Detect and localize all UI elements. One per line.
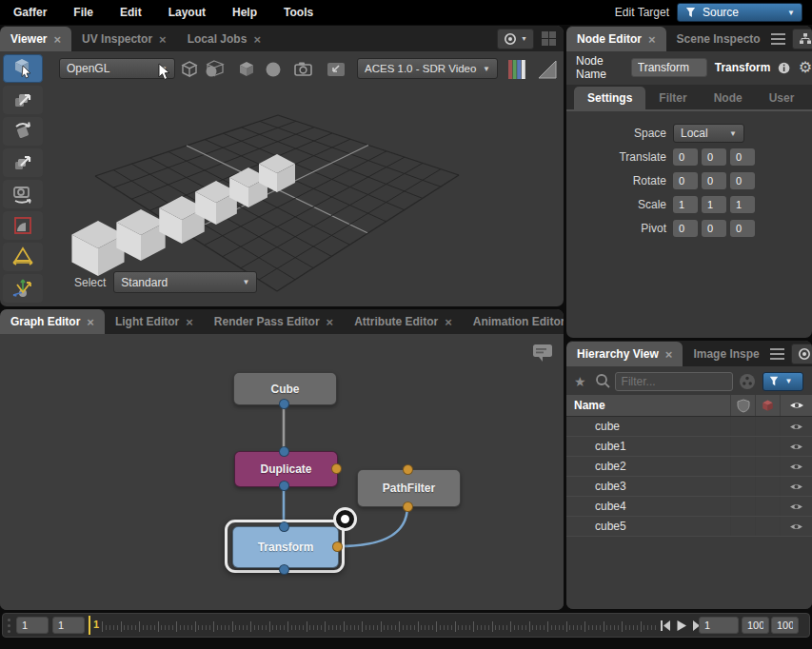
row-cell[interactable] bbox=[730, 497, 755, 516]
graph-canvas[interactable]: CubeDuplicatePathFilterTransform bbox=[0, 334, 564, 610]
gizmo-tool-button[interactable] bbox=[3, 274, 43, 303]
close-icon[interactable]: × bbox=[665, 348, 673, 361]
play-icon[interactable] bbox=[676, 620, 687, 632]
row-visibility-toggle[interactable] bbox=[780, 417, 812, 436]
row-cell[interactable] bbox=[730, 517, 755, 536]
edit-scope-dropdown[interactable]: ▼ bbox=[762, 372, 803, 391]
ramp-icon[interactable] bbox=[535, 58, 560, 81]
param-field-translate[interactable]: 0 bbox=[673, 148, 698, 166]
hierarchy-row-cube5[interactable]: cube5 bbox=[566, 517, 812, 537]
rotate-tool-button[interactable] bbox=[3, 117, 43, 146]
close-icon[interactable]: × bbox=[327, 316, 334, 328]
skip-start-icon[interactable] bbox=[660, 620, 671, 632]
info-icon[interactable] bbox=[778, 60, 790, 76]
editor-focus-button[interactable]: ▼ bbox=[792, 29, 812, 49]
menu-layout[interactable]: Layout bbox=[168, 6, 206, 19]
subtab-user[interactable]: User bbox=[756, 87, 808, 109]
timeline-ruler[interactable] bbox=[102, 620, 656, 634]
hierarchy-row-cube[interactable]: cube bbox=[566, 417, 812, 437]
node-port[interactable] bbox=[403, 464, 413, 475]
camera-tool-button[interactable] bbox=[3, 180, 43, 208]
subtab-settings[interactable]: Settings bbox=[574, 87, 645, 109]
current-frame-input[interactable] bbox=[699, 617, 739, 634]
scene-options-icon[interactable] bbox=[739, 373, 756, 390]
image-layers-icon[interactable] bbox=[324, 58, 348, 81]
row-cell[interactable] bbox=[755, 517, 780, 536]
row-cell[interactable] bbox=[730, 417, 755, 436]
hierarchy-row-cube2[interactable]: cube2 bbox=[566, 457, 812, 477]
node-port[interactable] bbox=[332, 541, 343, 552]
shaded-preview-icon[interactable] bbox=[204, 58, 228, 81]
param-field-rotate[interactable]: 0 bbox=[730, 172, 755, 189]
row-cell[interactable] bbox=[755, 437, 780, 456]
display-transform-select[interactable]: ACES 1.0 - SDR Video ▼ bbox=[357, 58, 498, 79]
param-field-pivot[interactable]: 0 bbox=[702, 220, 726, 237]
menu-edit[interactable]: Edit bbox=[120, 6, 142, 19]
viewer-settings-button[interactable]: ▼ bbox=[497, 29, 534, 49]
param-field-pivot[interactable]: 0 bbox=[673, 220, 698, 237]
node-port[interactable] bbox=[279, 521, 289, 532]
row-visibility-toggle[interactable] bbox=[780, 517, 812, 536]
light-tool-button[interactable] bbox=[3, 243, 43, 271]
translate-tool-button[interactable] bbox=[3, 86, 43, 114]
column-name[interactable]: Name bbox=[566, 399, 730, 412]
row-visibility-toggle[interactable] bbox=[780, 457, 812, 476]
tab-local-jobs[interactable]: Local Jobs× bbox=[177, 27, 271, 51]
row-cell[interactable] bbox=[755, 497, 780, 516]
row-visibility-toggle[interactable] bbox=[780, 477, 812, 496]
subtab-filter[interactable]: Filter bbox=[645, 87, 700, 109]
param-field-translate[interactable]: 0 bbox=[702, 148, 726, 166]
solid-cube-icon[interactable] bbox=[234, 58, 259, 81]
node-port[interactable] bbox=[279, 481, 289, 491]
node-port[interactable] bbox=[403, 502, 413, 512]
hierarchy-row-cube4[interactable]: cube4 bbox=[566, 497, 812, 517]
select-tool-button[interactable] bbox=[3, 54, 43, 83]
row-visibility-toggle[interactable] bbox=[780, 437, 812, 456]
node-port[interactable] bbox=[279, 446, 289, 457]
hierarchy-row-cube1[interactable]: cube1 bbox=[566, 437, 812, 457]
gear-icon[interactable]: ⚙ bbox=[799, 60, 812, 75]
tab-graph-editor[interactable]: Graph Editor× bbox=[0, 309, 105, 334]
tab-uv-inspector[interactable]: UV Inspector× bbox=[71, 27, 177, 51]
menu-gaffer[interactable]: Gaffer bbox=[13, 6, 47, 19]
tab-image-inspe[interactable]: Image Inspe bbox=[683, 342, 769, 366]
select-mode-dropdown[interactable]: Standard ▼ bbox=[113, 271, 257, 293]
column-visibility[interactable] bbox=[780, 395, 812, 416]
frame-range-end-input[interactable] bbox=[771, 617, 799, 634]
param-field-rotate[interactable]: 0 bbox=[673, 172, 698, 189]
star-icon[interactable]: ★ bbox=[574, 374, 586, 389]
tab-animation-editor[interactable]: Animation Editor× bbox=[463, 309, 564, 334]
tab-viewer[interactable]: Viewer× bbox=[0, 27, 71, 51]
close-icon[interactable]: × bbox=[87, 316, 94, 328]
tab-attribute-editor[interactable]: Attribute Editor× bbox=[344, 309, 463, 334]
column-exclusions[interactable] bbox=[755, 395, 780, 416]
viewport-cube-0[interactable] bbox=[71, 221, 124, 276]
param-field-rotate[interactable]: 0 bbox=[702, 172, 726, 189]
camera-icon[interactable] bbox=[291, 58, 316, 81]
tab-light-editor[interactable]: Light Editor× bbox=[105, 309, 204, 334]
timeline-grip[interactable] bbox=[8, 619, 10, 633]
node-port[interactable] bbox=[279, 564, 289, 575]
row-visibility-toggle[interactable] bbox=[780, 497, 812, 516]
wireframe-cube-icon[interactable] bbox=[177, 58, 202, 81]
param-field-translate[interactable]: 0 bbox=[730, 148, 755, 166]
graph-node-transform[interactable]: Transform bbox=[232, 526, 339, 568]
edit-target-select[interactable]: Source ▼ bbox=[677, 3, 802, 22]
focus-bullseye-icon[interactable] bbox=[332, 506, 358, 532]
row-cell[interactable] bbox=[730, 457, 755, 476]
sphere-icon[interactable] bbox=[261, 58, 286, 81]
tab-node-editor[interactable]: Node Editor× bbox=[566, 27, 666, 51]
hierarchy-focus-button[interactable]: ▼ bbox=[791, 344, 812, 364]
row-cell[interactable] bbox=[755, 457, 780, 476]
node-name-input[interactable] bbox=[631, 58, 707, 77]
param-field-pivot[interactable]: 0 bbox=[730, 220, 755, 237]
hierarchy-row-cube3[interactable]: cube3 bbox=[566, 477, 812, 497]
node-port[interactable] bbox=[279, 399, 289, 409]
subtab-node[interactable]: Node bbox=[701, 87, 756, 109]
row-cell[interactable] bbox=[755, 417, 780, 436]
menu-icon[interactable] bbox=[770, 348, 784, 360]
close-icon[interactable]: × bbox=[648, 33, 656, 46]
channel-bars-icon[interactable] bbox=[506, 58, 527, 81]
row-cell[interactable] bbox=[730, 437, 755, 456]
param-field-scale[interactable]: 1 bbox=[673, 196, 698, 213]
